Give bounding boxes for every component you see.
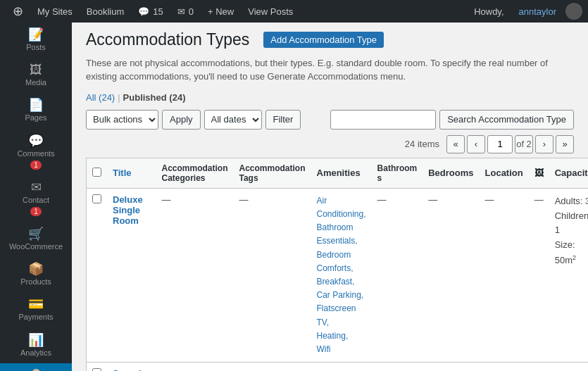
row1-bathrooms-cell: — — [372, 188, 423, 362]
sidebar-item-pages[interactable]: 📄 Pages — [0, 93, 72, 128]
adminbar-comments[interactable]: 💬 15 — [131, 0, 170, 23]
items-count: 24 items — [405, 139, 439, 149]
filter-published-link[interactable]: Published (24) — [123, 92, 186, 103]
adminbar-site-name[interactable]: Booklium — [80, 0, 131, 23]
sidebar-analytics-label: Analytics — [20, 348, 51, 358]
row1-checkbox-cell[interactable] — [87, 188, 108, 362]
row2-checkbox[interactable] — [92, 368, 101, 371]
select-all-checkbox[interactable] — [92, 168, 101, 177]
pages-icon: 📄 — [28, 99, 44, 111]
row2-capacity-cell: Adults: 2 Children: 0 Size: 45m2 — [549, 363, 588, 371]
next-page-button[interactable]: › — [535, 135, 553, 153]
filter-all-label: All — [86, 92, 96, 103]
sidebar-item-analytics[interactable]: 📊 Analytics — [0, 328, 72, 363]
adminbar-avatar — [565, 3, 582, 20]
row1-title-link[interactable]: Deluxe Single Room — [113, 194, 150, 226]
sidebar-item-products[interactable]: 📦 Products — [0, 257, 72, 292]
col-bedrooms: Bedrooms — [423, 158, 479, 188]
row1-checkbox[interactable] — [92, 194, 101, 203]
total-pages: of 2 — [515, 135, 533, 153]
tablenav-right: Search Accommodation Type — [330, 110, 574, 130]
adminbar-my-sites-label: My Sites — [37, 6, 73, 17]
search-input[interactable] — [330, 110, 436, 130]
contact-icon: ✉ — [31, 181, 42, 194]
bulk-actions-area: Bulk actions Apply All dates Filter — [86, 110, 301, 130]
col-amenities: Amenities — [311, 158, 372, 188]
col-accommodation-categories: AccommodationCategories — [156, 158, 233, 188]
adminbar-booklium-label: Booklium — [87, 6, 124, 17]
adminbar-comment-icon: 💬 — [138, 6, 149, 17]
row2-bedrooms-cell: — — [423, 363, 479, 371]
sidebar-item-comments[interactable]: 💬 Comments 1 — [0, 129, 72, 175]
main-content: Accommodation Types Add Accommodation Ty… — [72, 23, 588, 371]
date-filter-select[interactable]: All dates — [204, 110, 262, 130]
row1-categories-cell: — — [156, 188, 233, 362]
sidebar-item-accommodation[interactable]: 🏨 Accommodation Accommodation Types Add … — [0, 363, 72, 371]
adminbar-username[interactable]: anntaylor — [513, 6, 562, 17]
row2-title-cell: Superior Double Room — [107, 363, 156, 371]
adminbar-view-posts-label: View Posts — [248, 6, 293, 17]
sidebar-item-media[interactable]: 🖼 Media — [0, 58, 72, 93]
col-accommodation-tags: AccommodationTags — [233, 158, 311, 188]
products-icon: 📦 — [28, 263, 44, 275]
adminbar-new-label: + New — [208, 6, 234, 17]
accommodation-types-table: Title AccommodationCategories Accommodat… — [86, 158, 588, 371]
row1-bedrooms-cell: — — [423, 188, 479, 362]
bulk-actions-select[interactable]: Bulk actions — [86, 110, 158, 130]
sidebar-pages-label: Pages — [25, 113, 46, 122]
payments-icon: 💳 — [28, 298, 44, 310]
filter-all-link[interactable]: All (24) — [86, 92, 115, 103]
row2-checkbox-cell[interactable] — [87, 363, 108, 371]
row1-amenities-cell: Air Conditioning, Bathroom Essentials, B… — [311, 188, 372, 362]
first-page-button[interactable]: « — [446, 135, 465, 153]
admin-bar: ⊕ My Sites Booklium 💬 15 ✉ 0 + New View … — [0, 0, 588, 23]
sidebar-contact-label: Contact — [23, 196, 49, 205]
sidebar-item-payments[interactable]: 💳 Payments — [0, 292, 72, 327]
filter-button[interactable]: Filter — [265, 110, 301, 130]
apply-button[interactable]: Apply — [162, 110, 201, 130]
page-description: These are not physical accommodations, b… — [86, 56, 574, 84]
comments-icon: 💬 — [28, 134, 44, 147]
posts-icon: 📝 — [28, 28, 44, 41]
row2-title-link[interactable]: Superior Double Room — [113, 368, 150, 371]
sidebar-item-woocommerce[interactable]: 🛒 WooCommerce — [0, 222, 72, 257]
page-title: Accommodation Types — [86, 30, 249, 51]
table-nav-top: Bulk actions Apply All dates Filter Sear… — [86, 110, 574, 130]
prev-page-button[interactable]: ‹ — [467, 135, 485, 153]
filter-published-count: (24) — [169, 92, 185, 103]
col-location: Location — [480, 158, 529, 188]
admin-sidebar: 📝 Posts 🖼 Media 📄 Pages 💬 Comm — [0, 23, 72, 371]
adminbar-right: Howdy, anntaylor — [468, 3, 582, 20]
filter-all-count: (24) — [99, 92, 115, 103]
adminbar-view-posts[interactable]: View Posts — [241, 0, 300, 23]
row2-tags-cell: — — [233, 363, 311, 371]
adminbar-howdy: Howdy, — [468, 6, 509, 17]
sidebar-woocommerce-label: WooCommerce — [9, 242, 63, 251]
last-page-button[interactable]: » — [556, 135, 574, 153]
search-button[interactable]: Search Accommodation Type — [439, 110, 574, 130]
select-all-checkbox-header[interactable] — [87, 158, 108, 188]
pagination: « ‹ of 2 › » — [446, 135, 574, 153]
filter-separator: | — [115, 92, 123, 103]
current-page-input[interactable] — [487, 135, 513, 153]
add-accommodation-type-button[interactable]: Add Accommodation Type — [263, 32, 384, 48]
row1-gallery-cell: — — [529, 188, 549, 362]
adminbar-my-sites[interactable]: My Sites — [30, 0, 80, 23]
adminbar-comments-count: 15 — [153, 6, 163, 17]
sidebar-item-posts[interactable]: 📝 Posts — [0, 23, 72, 58]
adminbar-new[interactable]: + New — [201, 0, 241, 23]
col-title[interactable]: Title — [107, 158, 156, 188]
search-box: Search Accommodation Type — [330, 110, 574, 130]
col-bathrooms: Bathrooms — [372, 158, 423, 188]
sidebar-item-contact[interactable]: ✉ Contact 1 — [0, 175, 72, 222]
sidebar-products-label: Products — [20, 277, 51, 287]
adminbar-messages[interactable]: ✉ 0 — [170, 0, 201, 23]
sidebar-payments-label: Payments — [19, 313, 54, 322]
analytics-icon: 📊 — [28, 334, 44, 346]
row2-categories-cell: — — [156, 363, 233, 371]
adminbar-wp-logo[interactable]: ⊕ — [6, 0, 30, 23]
row2-bathrooms-cell: — — [372, 363, 423, 371]
adminbar-messages-count: 0 — [189, 6, 194, 17]
sidebar-posts-label: Posts — [26, 43, 46, 52]
col-capacity: Capacity — [549, 158, 588, 188]
